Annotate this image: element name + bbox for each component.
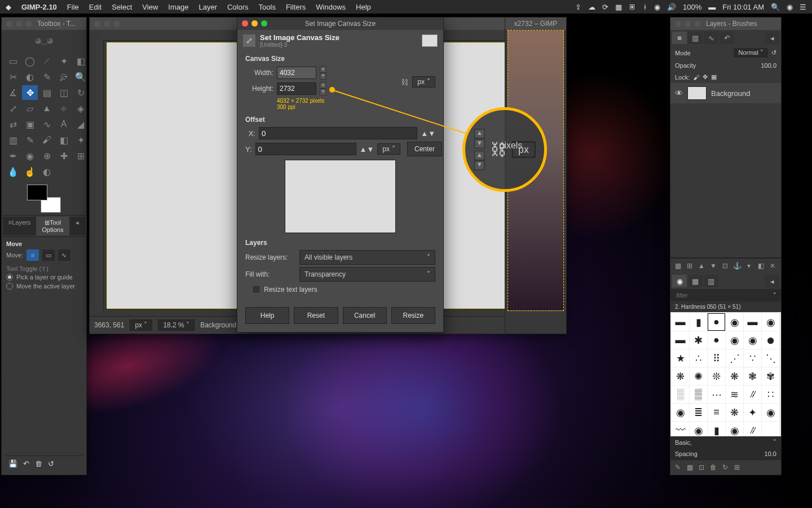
ink-tool[interactable]: ✒ — [5, 148, 21, 163]
brush-item[interactable]: ≡ — [708, 404, 725, 421]
raise-icon[interactable]: ▲ — [696, 260, 707, 271]
brush-item[interactable]: ◉ — [726, 313, 743, 331]
transform-tool[interactable]: ⟐ — [56, 101, 72, 116]
brush-item[interactable]: ❋ — [726, 367, 743, 385]
menu-edit[interactable]: Edit — [89, 3, 102, 11]
layer-name[interactable]: Background — [711, 89, 750, 98]
anchor-icon[interactable]: ⚓ — [731, 260, 743, 271]
center-button[interactable]: Center — [407, 142, 442, 156]
new-group-icon[interactable]: ⊞ — [684, 260, 695, 271]
mask-icon[interactable]: ◧ — [755, 260, 766, 271]
dropbox-icon[interactable]: ⇪ — [575, 3, 581, 11]
channels-tab[interactable]: ▥ — [688, 32, 703, 44]
shear-tool[interactable]: ▱ — [22, 101, 38, 116]
cancel-button[interactable]: Cancel — [343, 307, 387, 324]
move-layer-mode[interactable]: ≡ — [27, 249, 39, 261]
brush-item[interactable]: ✦ — [744, 404, 761, 421]
brush-item[interactable]: ● — [708, 313, 725, 331]
brush-item[interactable]: ★ — [672, 349, 689, 367]
brush-item[interactable]: ◉ — [690, 422, 707, 436]
scale-tool[interactable]: ⤢ — [5, 101, 21, 116]
brush-item[interactable]: ❃ — [744, 367, 761, 385]
brushes-tab[interactable]: ◉ — [672, 275, 687, 287]
menu-help[interactable]: Help — [356, 3, 371, 11]
brush-item[interactable]: ● — [708, 331, 725, 349]
restore-options-icon[interactable]: ↶ — [23, 459, 29, 468]
layer-row[interactable]: 👁 Background — [670, 83, 781, 103]
clone-tool[interactable]: ⊕ — [39, 148, 55, 163]
height-up-icon[interactable]: ▲ — [320, 82, 326, 89]
edit-brush-icon[interactable]: ✎ — [672, 462, 683, 473]
notification-icon[interactable]: ☰ — [800, 3, 806, 11]
refresh-brush-icon[interactable]: ↻ — [720, 462, 731, 473]
brush-item[interactable]: ◉ — [672, 404, 689, 421]
mypaint-tool[interactable]: ◉ — [22, 148, 38, 163]
resize-layers-dropdown[interactable]: All visible layers˅ — [299, 250, 435, 265]
free-select-tool[interactable]: ⟋ — [39, 54, 55, 68]
gradients-tab[interactable]: ▥ — [704, 275, 718, 287]
reset-options-icon[interactable]: ↺ — [48, 459, 54, 468]
chevron-down-icon[interactable]: ˅ — [773, 292, 776, 299]
menu-colors[interactable]: Colors — [227, 3, 249, 11]
visibility-icon[interactable]: 👁 — [675, 89, 683, 98]
minimize-icon[interactable] — [104, 21, 110, 27]
crop-tool[interactable]: ◫ — [56, 85, 72, 100]
pencil-tool[interactable]: ✎ — [22, 133, 38, 147]
brush-item[interactable]: ● — [762, 331, 779, 349]
x-down-icon[interactable]: ▼ — [428, 129, 435, 138]
brush-item[interactable]: 〰 — [672, 422, 689, 436]
menu-layer[interactable]: Layer — [198, 3, 217, 11]
mode-reset-icon[interactable]: ↺ — [771, 49, 776, 56]
offset-unit-dropdown[interactable]: px ˅ — [377, 143, 400, 155]
chain-link-icon[interactable]: ⛓ — [400, 71, 409, 93]
y-up-icon[interactable]: ▲ — [360, 145, 367, 154]
clock[interactable]: Fri 10:01 AM — [722, 3, 764, 11]
lock-position-icon[interactable]: ✥ — [703, 73, 708, 81]
save-options-icon[interactable]: 💾 — [8, 459, 17, 468]
delete-layer-icon[interactable]: ✕ — [767, 260, 778, 271]
brush-item[interactable]: ▬ — [672, 313, 689, 331]
blur-tool[interactable]: 💧 — [5, 164, 21, 179]
spacing-value[interactable]: 10.0 — [765, 450, 776, 457]
color-select-tool[interactable]: ◧ — [73, 54, 89, 68]
scissors-tool[interactable]: ✂ — [5, 69, 21, 84]
brush-item[interactable]: ⫽ — [744, 422, 761, 436]
brush-item[interactable]: ▮ — [690, 313, 707, 331]
gradient-tool[interactable]: ▥ — [5, 133, 21, 147]
airbrush-tool[interactable]: ✦ — [73, 133, 89, 147]
brush-item[interactable]: ▒ — [690, 386, 707, 403]
move-path-mode[interactable]: ∿ — [58, 249, 70, 261]
bucket-tool[interactable]: ◢ — [73, 117, 89, 132]
opacity-value[interactable]: 100.0 — [761, 62, 776, 69]
image2-canvas[interactable] — [508, 30, 564, 311]
brush-item[interactable]: ✾ — [762, 367, 779, 385]
siri-icon[interactable]: ◉ — [787, 3, 793, 11]
wifi-icon[interactable]: ◉ — [654, 3, 660, 11]
duplicate-brush-icon[interactable]: ⊡ — [696, 462, 707, 473]
warp-tool[interactable]: ∿ — [39, 117, 55, 132]
brush-item[interactable]: ◉ — [762, 313, 779, 331]
brush-item[interactable]: ⋯ — [708, 386, 725, 403]
fill-dropdown[interactable]: Transparency˅ — [299, 267, 435, 282]
lock-alpha-icon[interactable]: ▦ — [711, 73, 717, 81]
new-brush-icon[interactable]: ▦ — [684, 462, 695, 473]
zoom-icon[interactable] — [25, 21, 32, 27]
close-icon[interactable] — [242, 20, 248, 27]
tab-menu-icon[interactable]: ◂ — [69, 217, 85, 235]
width-down-icon[interactable]: ▼ — [320, 73, 326, 80]
brush-item[interactable]: ✺ — [690, 367, 707, 385]
brush-item[interactable]: ⠿ — [708, 349, 725, 367]
eraser-tool[interactable]: ◧ — [56, 133, 72, 147]
undo-tab[interactable]: ↶ — [720, 32, 734, 44]
measure-tool[interactable]: ∡ — [5, 85, 21, 100]
minimize-icon[interactable] — [16, 21, 22, 27]
spotlight-icon[interactable]: 🔍 — [771, 3, 780, 11]
menu-filters[interactable]: Filters — [286, 3, 306, 11]
brush-item[interactable]: ⋱ — [762, 349, 779, 367]
brush-item[interactable]: ❋ — [672, 367, 689, 385]
y-down-icon[interactable]: ▼ — [367, 145, 374, 154]
brush-item[interactable]: ⋰ — [726, 349, 743, 367]
menu-view[interactable]: View — [142, 3, 158, 11]
brush-item[interactable]: ▬ — [744, 313, 761, 331]
tool-options-tab[interactable]: ⊞Tool Options — [36, 217, 69, 235]
